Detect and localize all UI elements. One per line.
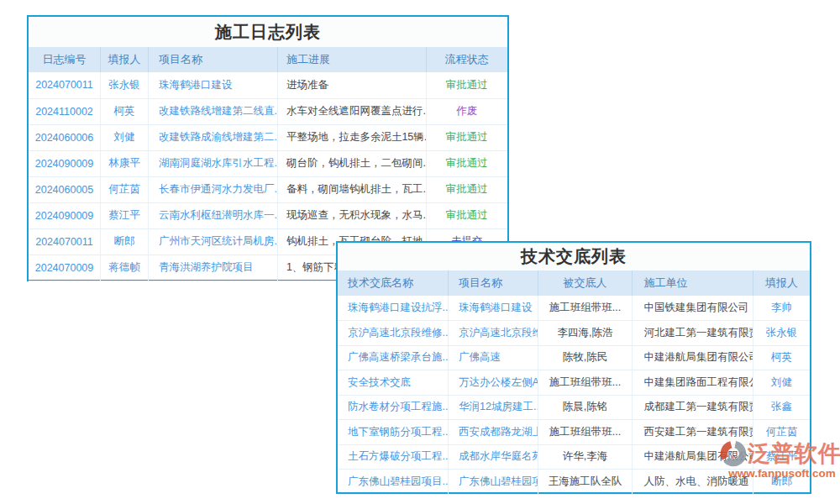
- disc-reporter-link[interactable]: 刘健: [771, 376, 792, 388]
- log-id-link[interactable]: 2024070011: [35, 236, 93, 248]
- table-row: 2024090009林康平湖南洞庭湖水库引水工程...砌台阶，钩机排土，二包砌间…: [29, 150, 507, 176]
- disc-name-link[interactable]: 安全技术交底: [348, 376, 411, 388]
- log-status-badge: 审批通过: [446, 157, 488, 169]
- disc-receiver-text: 施工班组带班...: [549, 376, 621, 388]
- disc-unit-text: 中国铁建集团有限公司: [644, 302, 749, 313]
- col-header-log-project: 项目名称: [149, 47, 278, 72]
- disc-reporter-link[interactable]: 张永银: [766, 327, 798, 339]
- disc-name-link[interactable]: 广佛高速桥梁承台施...: [348, 351, 449, 363]
- log-reporter-link[interactable]: 张永银: [108, 79, 140, 91]
- disc-unit-text: 中建集团路面工程有限公司: [644, 376, 753, 388]
- disc-receiver-text: 施工班组带班...: [549, 426, 621, 438]
- fanpu-watermark: 泛普软件 www.fanpusoft.com: [719, 438, 840, 480]
- col-header-disc-reporter: 填报人: [753, 270, 810, 296]
- log-progress-text: 平整场地，拉走多余泥土15辆...: [286, 131, 426, 143]
- disc-project-link[interactable]: 成都水岸华庭名苑...: [459, 450, 538, 462]
- disc-unit-text: 成都建工第一建筑有限责任公司: [644, 401, 753, 412]
- table-row: 珠海鹤港口建设抗浮...珠海鹤港口建设施工班组带班...中国铁建集团有限公司李帅: [338, 296, 810, 321]
- disc-project-link[interactable]: 广佛高速: [459, 351, 501, 363]
- log-progress-text: 砌台阶，钩机排土，二包砌间...: [286, 157, 426, 169]
- log-reporter-link[interactable]: 何芷茵: [108, 183, 140, 195]
- disc-receiver-text: 许华,李海: [563, 450, 607, 462]
- log-id-link[interactable]: 2024090009: [35, 210, 94, 222]
- col-header-log-status: 流程状态: [426, 47, 507, 72]
- log-project-link[interactable]: 青海洪湖养护院项目: [159, 261, 254, 273]
- log-id-link[interactable]: 2024070009: [35, 262, 94, 274]
- disc-name-link[interactable]: 珠海鹤港口建设抗浮...: [348, 302, 449, 313]
- log-progress-text: 进场准备: [286, 79, 328, 91]
- disc-receiver-text: 李四海,陈浩: [557, 327, 612, 339]
- table-row: 防水卷材分项工程施...华润12城房建工...陈晨,陈铭成都建工第一建筑有限责任…: [338, 395, 810, 420]
- log-status-badge: 审批通过: [446, 131, 488, 143]
- technical-disclosure-title: 技术交底列表: [338, 243, 810, 270]
- log-reporter-link[interactable]: 断郎: [114, 235, 135, 247]
- log-reporter-link[interactable]: 刘健: [114, 131, 135, 143]
- table-row: 安全技术交底万达办公楼左侧A...施工班组带班...中建集团路面工程有限公司刘健: [338, 370, 810, 396]
- disc-reporter-link[interactable]: 何芷茵: [766, 426, 798, 438]
- disc-unit-text: 西安建工第一建筑有限责任公司: [644, 426, 753, 438]
- table-row: 京沪高速北京段维修...京沪高速北京段维修李四海,陈浩河北建工第一建筑有限责任公…: [338, 321, 810, 346]
- log-project-link[interactable]: 湖南洞庭湖水库引水工程...: [159, 157, 277, 169]
- col-header-disc-project: 项目名称: [449, 270, 538, 296]
- disc-receiver-text: 王海施工队全队: [549, 475, 622, 487]
- fanpu-logo-icon: [719, 439, 748, 468]
- log-reporter-link[interactable]: 林康平: [108, 157, 140, 169]
- log-id-link[interactable]: 2024110002: [35, 106, 93, 118]
- log-progress-text: 现场巡查，无积水现象，水马...: [286, 209, 426, 221]
- table-row: 2024060006刘健改建铁路成渝线增建第二...平整场地，拉走多余泥土15辆…: [29, 124, 507, 150]
- disc-project-link[interactable]: 西安成都路龙湖上...: [459, 426, 538, 438]
- col-header-log-reporter: 填报人: [101, 47, 149, 72]
- log-reporter-link[interactable]: 柯英: [114, 105, 135, 117]
- fanpu-brand-text: 泛普软件: [748, 438, 840, 469]
- col-header-disc-name: 技术交底名称: [338, 270, 449, 296]
- disc-name-link[interactable]: 土石方爆破分项工程...: [348, 450, 449, 462]
- disc-project-link[interactable]: 珠海鹤港口建设: [459, 302, 533, 313]
- construction-log-header: 日志编号 填报人 项目名称 施工进展 流程状态: [29, 47, 507, 72]
- disc-receiver-text: 施工班组带班...: [549, 302, 621, 313]
- col-header-log-id: 日志编号: [29, 47, 101, 72]
- log-reporter-link[interactable]: 蒋德帧: [108, 261, 140, 273]
- disc-name-link[interactable]: 京沪高速北京段维修...: [348, 327, 449, 339]
- log-progress-text: 备料，砌间墙钩机排土，瓦工...: [286, 183, 426, 195]
- log-status-badge: 审批通过: [446, 79, 488, 91]
- log-id-link[interactable]: 2024090009: [35, 158, 94, 170]
- disc-receiver-text: 陈牧,陈民: [563, 351, 607, 363]
- table-row: 2024090009蔡江平云南水利枢纽潜明水库一...现场巡查，无积水现象，水马…: [29, 202, 507, 228]
- disc-name-link[interactable]: 广东佛山碧桂园项目...: [348, 475, 449, 487]
- disc-name-link[interactable]: 防水卷材分项工程施...: [348, 401, 449, 412]
- disc-project-link[interactable]: 华润12城房建工...: [459, 401, 538, 412]
- table-row: 2024110002柯英改建铁路线增建第二线直...水车对全线遮阳网覆盖点进行.…: [29, 98, 507, 124]
- log-project-link[interactable]: 云南水利枢纽潜明水库一...: [159, 209, 277, 221]
- fanpu-url-text: www.fanpusoft.com: [719, 467, 840, 480]
- col-header-disc-unit: 施工单位: [632, 270, 753, 296]
- construction-log-title: 施工日志列表: [29, 17, 507, 47]
- log-project-link[interactable]: 长春市伊通河水力发电厂...: [159, 183, 277, 195]
- log-reporter-link[interactable]: 蔡江平: [108, 209, 140, 221]
- disc-unit-text: 河北建工第一建筑有限责任公司: [644, 327, 753, 339]
- disc-project-link[interactable]: 京沪高速北京段维修: [459, 327, 538, 339]
- col-header-log-progress: 施工进展: [277, 47, 426, 72]
- log-progress-text: 水车对全线遮阳网覆盖点进行...: [286, 105, 426, 117]
- log-status-badge: 作废: [456, 105, 477, 117]
- disc-reporter-link[interactable]: 柯英: [771, 351, 792, 363]
- disc-project-link[interactable]: 广东佛山碧桂园项目: [459, 475, 538, 487]
- log-id-link[interactable]: 2024070011: [35, 79, 93, 91]
- table-row: 广佛高速桥梁承台施...广佛高速陈牧,陈民中建港航局集团有限公司柯英: [338, 345, 810, 370]
- disc-unit-text: 中建港航局集团有限公司: [644, 351, 753, 363]
- log-project-link[interactable]: 珠海鹤港口建设: [159, 79, 233, 91]
- disc-name-link[interactable]: 地下室钢筋分项工程...: [348, 426, 449, 438]
- disc-reporter-link[interactable]: 张鑫: [771, 401, 792, 412]
- log-status-badge: 审批通过: [446, 209, 488, 221]
- disc-project-link[interactable]: 万达办公楼左侧A...: [459, 376, 538, 388]
- col-header-disc-receiver: 被交底人: [538, 270, 632, 296]
- disc-reporter-link[interactable]: 李帅: [771, 302, 792, 313]
- disc-receiver-text: 陈晨,陈铭: [563, 401, 607, 412]
- table-row: 2024070011张永银珠海鹤港口建设进场准备审批通过: [29, 72, 507, 98]
- log-project-link[interactable]: 改建铁路线增建第二线直...: [159, 105, 277, 117]
- log-status-badge: 审批通过: [446, 183, 488, 195]
- log-project-link[interactable]: 改建铁路成渝线增建第二...: [159, 131, 277, 143]
- log-id-link[interactable]: 2024060005: [35, 184, 94, 196]
- technical-disclosure-header: 技术交底名称 项目名称 被交底人 施工单位 填报人: [338, 270, 810, 296]
- log-project-link[interactable]: 广州市天河区统计局机房...: [159, 235, 277, 247]
- log-id-link[interactable]: 2024060006: [35, 132, 94, 144]
